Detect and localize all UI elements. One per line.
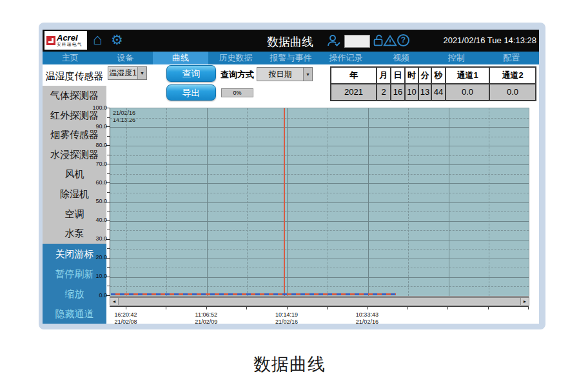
sidebar: 温湿度传感器气体探测器红外探测器烟雾传感器水浸探测器风机除湿机空调水泵关闭游标暂…: [43, 64, 106, 324]
gridline-h-major: [110, 164, 529, 165]
user-field[interactable]: [344, 35, 370, 48]
table-value-cell: 44: [432, 84, 446, 100]
sidebar-device-item-0[interactable]: 温湿度传感器: [43, 66, 106, 86]
table-header-cell: 通道2: [490, 68, 535, 83]
scroll-left-icon[interactable]: ◄: [110, 298, 119, 305]
x-axis-tick: [367, 306, 368, 309]
x-axis-tick: [327, 306, 328, 309]
sidebar-device-item-1[interactable]: 气体探测器: [43, 86, 106, 106]
y-axis-major-tick: [106, 295, 110, 296]
chart-cursor-line[interactable]: [284, 108, 285, 296]
gridline-v-minor: [408, 108, 409, 296]
x-axis-label: 11:06:5221/02/09: [185, 311, 228, 324]
nav-tab-6[interactable]: 视频: [373, 52, 429, 64]
gridline-h-minor: [110, 193, 529, 193]
y-axis-minor-tick: [107, 248, 110, 249]
x-axis-label-date: 21/02/16: [346, 318, 388, 324]
gridline-h-minor: [110, 211, 529, 212]
chevron-down-icon[interactable]: ▼: [137, 67, 146, 79]
y-axis-major-tick: [106, 126, 110, 127]
gridline-h-minor: [110, 268, 529, 268]
table-value-cell: 13: [419, 84, 432, 100]
query-mode-value: 按日期: [257, 69, 303, 80]
y-axis-label: 100.0: [83, 104, 107, 112]
x-axis-tick: [287, 306, 288, 309]
gridline-h-minor: [110, 137, 529, 137]
query-mode-select[interactable]: 按日期 ▼: [257, 67, 313, 81]
gridline-h-major: [110, 146, 529, 146]
chart-scrollbar[interactable]: ◄ ►: [110, 297, 529, 306]
table-header-cell: 月: [377, 68, 391, 83]
nav-bar: 主页设备曲线历史数据报警与事件操作记录视频控制配置: [43, 52, 539, 64]
y-axis-major-tick: [106, 145, 110, 146]
y-axis-major-tick: [106, 239, 110, 240]
nav-tab-1[interactable]: 设备: [98, 52, 153, 64]
readout-value-row: 20212161013440.00.0: [331, 83, 535, 100]
y-axis-major-tick: [106, 164, 110, 164]
sensor-select[interactable]: 温湿度1 ▼: [108, 66, 147, 80]
user-check-icon[interactable]: [326, 33, 342, 48]
hmi-screen: Acrel 安科瑞电气 ⌂ ⚙ 数据曲线: [43, 30, 539, 324]
export-button[interactable]: 导出: [166, 84, 216, 101]
x-axis-tick: [246, 306, 247, 309]
chart-plot-area[interactable]: 21/02/16 14:13:26: [110, 108, 529, 297]
gear-icon[interactable]: ⚙: [111, 33, 123, 46]
x-axis-tick: [447, 306, 448, 309]
y-axis-label: 60.0: [83, 179, 107, 186]
nav-tab-7[interactable]: 控制: [429, 52, 484, 64]
channel-data-line: [111, 293, 396, 295]
y-axis-label: 30.0: [83, 235, 107, 242]
gridline-v-minor: [489, 108, 489, 296]
query-button[interactable]: 查询: [166, 65, 216, 82]
acrel-logo: Acrel 安科瑞电气: [44, 31, 87, 50]
y-axis-minor-tick: [107, 155, 110, 155]
nav-tab-5[interactable]: 操作记录: [319, 52, 374, 64]
gridline-v-major: [207, 108, 208, 296]
gridline-h-minor: [110, 286, 529, 287]
page-title: 数据曲线: [245, 34, 335, 50]
gridline-h-major: [110, 240, 529, 240]
nav-tab-2[interactable]: 曲线: [153, 52, 208, 64]
y-axis-label: 0.0: [83, 292, 107, 299]
y-axis-label: 50.0: [83, 198, 107, 205]
x-axis-line: [110, 306, 529, 307]
warning-icon[interactable]: [383, 34, 397, 48]
y-axis-minor-tick: [107, 211, 110, 211]
x-axis-label-date: 21/02/16: [266, 318, 308, 324]
y-axis-label: 70.0: [83, 161, 107, 168]
readout-header-row: 年月日时分秒通道1通道2: [331, 68, 535, 83]
gridline-h-minor: [110, 174, 529, 175]
help-icon[interactable]: ?: [397, 34, 409, 46]
acrel-logo-icon: [46, 36, 55, 45]
gridline-v-major: [287, 108, 288, 296]
device-panel: Acrel 安科瑞电气 ⌂ ⚙ 数据曲线: [39, 23, 545, 329]
gridline-h-major: [110, 183, 529, 184]
nav-tab-4[interactable]: 报警与事件: [263, 52, 319, 64]
nav-tab-3[interactable]: 历史数据: [208, 52, 264, 64]
table-value-cell: 16: [391, 84, 406, 100]
sensor-select-value: 温湿度1: [108, 68, 137, 79]
x-axis-label: 10:14:1921/02/16: [266, 311, 308, 324]
x-axis-label: 10:33:4321/02/16: [346, 311, 388, 324]
home-icon[interactable]: ⌂: [93, 32, 103, 47]
x-axis-label: 16:20:4221/02/08: [104, 311, 147, 324]
y-axis-label: 10.0: [83, 273, 107, 280]
table-header-cell: 秒: [432, 68, 446, 83]
y-axis-major-tick: [106, 258, 110, 259]
nav-tab-0[interactable]: 主页: [43, 52, 98, 64]
title-bar: Acrel 安科瑞电气 ⌂ ⚙ 数据曲线: [43, 30, 539, 52]
y-axis-minor-tick: [107, 173, 110, 174]
table-header-cell: 分: [419, 68, 432, 83]
scroll-right-icon[interactable]: ►: [520, 298, 529, 305]
y-axis-minor-tick: [107, 230, 110, 230]
gridline-h-minor: [110, 118, 529, 119]
gridline-h-major: [110, 259, 529, 259]
cursor-readout: 21/02/16 14:13:26: [113, 110, 135, 124]
chevron-down-icon[interactable]: ▼: [303, 68, 312, 81]
sidebar-tool-item-3[interactable]: 隐藏通道: [43, 304, 106, 324]
x-axis-tick: [488, 306, 489, 309]
table-value-cell: 0.0: [490, 84, 535, 100]
x-axis-label-date: 21/02/09: [185, 318, 228, 324]
gridline-h-minor: [110, 249, 529, 250]
nav-tab-8[interactable]: 配置: [484, 52, 540, 64]
